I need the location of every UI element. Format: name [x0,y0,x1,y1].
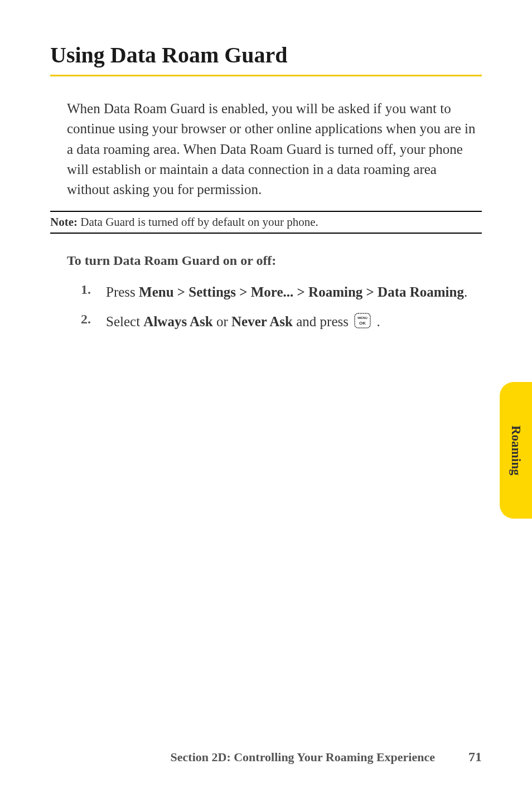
step-content: Press Menu > Settings > More... > Roamin… [106,282,482,302]
footer-section: Section 2D: Controlling Your Roaming Exp… [171,750,435,765]
note-content: Data Guard is turned off by default on y… [78,215,318,229]
step-2: 2. Select Always Ask or Never Ask and pr… [50,312,482,333]
step-end: . [373,314,380,329]
svg-text:MENU: MENU [357,316,367,320]
step-pre: Press [106,284,139,299]
step-bold: Menu > Settings > More... > Roaming > Da… [139,284,464,299]
step-bold: Always Ask [143,314,212,329]
page-title: Using Data Roam Guard [50,42,482,68]
step-mid: or [213,314,231,329]
footer-page-number: 71 [468,749,482,765]
side-tab-label: Roaming [509,425,523,475]
note-text: Note: Data Guard is turned off by defaul… [50,215,482,229]
step-post: . [464,284,467,299]
step-post: and press [293,314,352,329]
svg-text:OK: OK [359,321,366,326]
page-footer: Section 2D: Controlling Your Roaming Exp… [0,749,532,765]
heading-underline [50,75,482,76]
note-label: Note: [50,215,78,229]
note-box: Note: Data Guard is turned off by defaul… [50,211,482,234]
menu-ok-icon: MENUOK [354,313,371,333]
step-number: 1. [81,282,106,302]
side-tab: Roaming [500,382,532,519]
step-content: Select Always Ask or Never Ask and press… [106,312,482,333]
step-number: 2. [81,312,106,333]
step-pre: Select [106,314,143,329]
step-1: 1. Press Menu > Settings > More... > Roa… [50,282,482,302]
sub-heading: To turn Data Roam Guard on or off: [50,253,482,268]
step-bold: Never Ask [231,314,293,329]
body-paragraph: When Data Roam Guard is enabled, you wil… [50,99,482,200]
